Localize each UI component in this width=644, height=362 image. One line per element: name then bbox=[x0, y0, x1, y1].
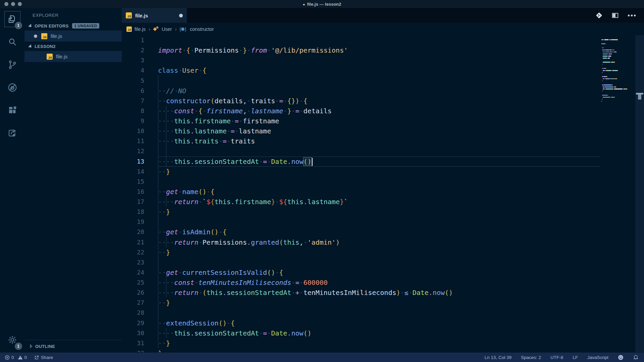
code-line[interactable]: 19 bbox=[122, 217, 600, 227]
code-line[interactable]: 3 bbox=[122, 55, 600, 65]
source-control-icon[interactable] bbox=[5, 57, 20, 72]
code-line[interactable]: 6··//·NO bbox=[122, 86, 600, 96]
line-number[interactable]: 23 bbox=[122, 257, 144, 267]
code-line[interactable]: 7··constructor(details,·traits·=·{})·{ bbox=[122, 96, 600, 106]
tab-modified-dot[interactable] bbox=[179, 14, 183, 17]
tab-filejs[interactable]: JS file.js bbox=[122, 8, 187, 23]
code-line[interactable]: 25····const·tenMinutesInMiliseconds·=·60… bbox=[122, 278, 600, 288]
scrollbar-marker[interactable] bbox=[636, 93, 643, 95]
code-line[interactable]: 12 bbox=[122, 146, 600, 156]
outline-section-header[interactable]: OUTLINE bbox=[24, 340, 122, 352]
line-number[interactable]: 12 bbox=[122, 146, 144, 156]
code-line[interactable]: 22··} bbox=[122, 247, 600, 257]
code-line[interactable]: 1 bbox=[122, 35, 600, 45]
line-number[interactable]: 2 bbox=[122, 45, 144, 55]
minimap[interactable] bbox=[601, 37, 635, 103]
line-number[interactable]: 13 bbox=[122, 157, 144, 167]
line-number[interactable]: 3 bbox=[122, 55, 144, 65]
code-line[interactable]: 5 bbox=[122, 76, 600, 86]
code-line[interactable]: 20··get·isAdmin()·{ bbox=[122, 227, 600, 237]
code-line[interactable]: 26····return·(this.sessionStartedAt·+·te… bbox=[122, 288, 600, 298]
feedback-smiley-icon[interactable] bbox=[618, 355, 624, 360]
share-button[interactable]: Share bbox=[34, 355, 53, 360]
code-line[interactable]: 11····this.traits·=·traits bbox=[122, 136, 600, 146]
line-number[interactable]: 18 bbox=[122, 207, 144, 217]
line-number[interactable]: 6 bbox=[122, 86, 144, 96]
code-line[interactable]: 10····this.lastname·=·lastname bbox=[122, 126, 600, 136]
line-number[interactable]: 22 bbox=[122, 247, 144, 257]
line-number[interactable]: 16 bbox=[122, 187, 144, 197]
line-number[interactable]: 1 bbox=[122, 35, 144, 45]
code-line[interactable]: 32} bbox=[122, 348, 600, 352]
line-number[interactable]: 20 bbox=[122, 227, 144, 237]
line-number[interactable]: 19 bbox=[122, 217, 144, 227]
line-number[interactable]: 24 bbox=[122, 267, 144, 278]
line-number[interactable]: 7 bbox=[122, 96, 144, 106]
code-line[interactable]: 21····return·Permissions.granted(this,·'… bbox=[122, 237, 600, 247]
search-icon[interactable] bbox=[5, 34, 20, 50]
explorer-icon[interactable]: 1 bbox=[5, 11, 20, 27]
eol[interactable]: LF bbox=[573, 355, 578, 360]
code-line[interactable]: 14··} bbox=[122, 167, 600, 177]
line-number[interactable]: 4 bbox=[122, 65, 144, 75]
tree-item-filejs[interactable]: JS file.js bbox=[24, 51, 122, 62]
code-line[interactable]: 9····this.firstname·=·firstname bbox=[122, 116, 600, 126]
git-icon[interactable] bbox=[595, 12, 603, 19]
code-line[interactable]: 30····this.sessionStartedAt·=·Date.now() bbox=[122, 328, 600, 338]
line-number[interactable]: 29 bbox=[122, 318, 144, 328]
scrollbar[interactable] bbox=[635, 35, 644, 352]
code-line[interactable]: 23 bbox=[122, 257, 600, 267]
line-number[interactable]: 11 bbox=[122, 136, 144, 146]
extensions-icon[interactable] bbox=[5, 103, 20, 118]
code-line[interactable]: 13····this.sessionStartedAt·=·Date.now() bbox=[122, 157, 600, 167]
line-number[interactable]: 25 bbox=[122, 278, 144, 288]
code-line[interactable]: 16··get·name()·{ bbox=[122, 187, 600, 197]
encoding[interactable]: UTF-8 bbox=[550, 355, 563, 360]
notifications-bell-icon[interactable] bbox=[633, 355, 639, 360]
problems-indicator[interactable]: 0 0 bbox=[5, 355, 27, 360]
line-number[interactable]: 31 bbox=[122, 338, 144, 348]
line-number[interactable]: 32 bbox=[122, 348, 144, 352]
code-editor[interactable]: 12import·{·Permissions·}·from·'@/lib/per… bbox=[122, 35, 644, 352]
code-line[interactable]: 17····return·`${this.firstname}·${this.l… bbox=[122, 197, 600, 207]
line-number[interactable]: 14 bbox=[122, 167, 144, 177]
line-number[interactable]: 10 bbox=[122, 126, 144, 136]
code-line[interactable]: 15 bbox=[122, 177, 600, 187]
code-line[interactable]: 29··extendSession()·{ bbox=[122, 318, 600, 328]
breadcrumb-member[interactable]: [] constructor bbox=[180, 26, 214, 32]
activity-bar: 1 bbox=[0, 8, 24, 352]
line-number[interactable]: 28 bbox=[122, 308, 144, 318]
code-line[interactable]: 8····const·{·firstname,·lastname·}·=·det… bbox=[122, 106, 600, 116]
more-actions-icon[interactable]: ••• bbox=[628, 14, 637, 17]
line-number[interactable]: 9 bbox=[122, 116, 144, 126]
debug-disabled-icon[interactable] bbox=[5, 80, 20, 95]
folder-section-header[interactable]: LESSON2 bbox=[24, 42, 122, 51]
settings-gear-icon[interactable]: 1 bbox=[5, 332, 20, 348]
code-line[interactable]: 27··} bbox=[122, 298, 600, 308]
js-file-icon: JS bbox=[47, 54, 53, 60]
language-mode[interactable]: JavaScript bbox=[587, 355, 608, 360]
line-number[interactable]: 26 bbox=[122, 288, 144, 298]
line-number[interactable]: 30 bbox=[122, 328, 144, 338]
open-editors-header[interactable]: OPEN EDITORS 1 UNSAVED bbox=[24, 21, 122, 31]
line-number[interactable]: 17 bbox=[122, 197, 144, 207]
line-number[interactable]: 8 bbox=[122, 106, 144, 116]
code-line[interactable]: 24··get·currentSessionIsValid()·{ bbox=[122, 267, 600, 278]
share-panel-icon[interactable] bbox=[5, 125, 20, 141]
code-line[interactable]: 31··} bbox=[122, 338, 600, 348]
code-line[interactable]: 28 bbox=[122, 308, 600, 318]
code-line[interactable]: 4class·User·{ bbox=[122, 65, 600, 75]
line-number[interactable]: 5 bbox=[122, 76, 144, 86]
breadcrumb-class[interactable]: User bbox=[153, 26, 172, 32]
breadcrumb-file[interactable]: JS file.js bbox=[126, 26, 146, 32]
code-line[interactable]: 2import·{·Permissions·}·from·'@/lib/perm… bbox=[122, 45, 600, 55]
open-editor-item-filejs[interactable]: JS file.js bbox=[24, 31, 122, 42]
class-symbol-icon bbox=[153, 26, 158, 32]
split-editor-icon[interactable] bbox=[611, 12, 619, 19]
indentation[interactable]: Spaces: 2 bbox=[521, 355, 541, 360]
line-number[interactable]: 27 bbox=[122, 298, 144, 308]
line-number[interactable]: 15 bbox=[122, 177, 144, 187]
cursor-position[interactable]: Ln 13, Col 39 bbox=[485, 355, 512, 360]
line-number[interactable]: 21 bbox=[122, 237, 144, 247]
code-line[interactable]: 18··} bbox=[122, 207, 600, 217]
